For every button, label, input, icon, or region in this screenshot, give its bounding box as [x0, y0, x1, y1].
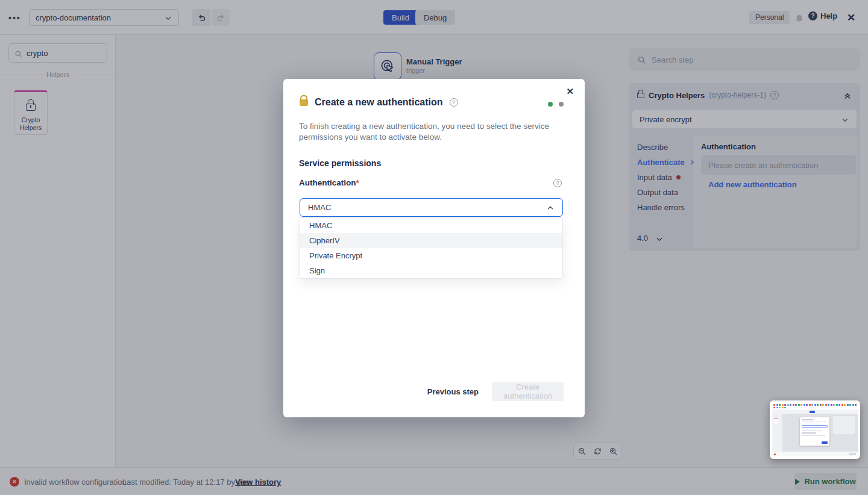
modal-title: Create a new authentication: [315, 97, 443, 108]
field-help-icon[interactable]: ?: [553, 179, 562, 187]
step-dot: [548, 102, 553, 107]
preview-statusbar: [772, 452, 858, 456]
preview-error-dot: [774, 453, 776, 455]
modal-header: Create a new authentication ?: [300, 97, 458, 108]
preview-run-button: [849, 453, 856, 455]
step-indicator: [548, 102, 564, 107]
screen-share-preview[interactable]: [770, 400, 860, 459]
authentication-options-list: HMACCipherIVPrivate EncryptSign: [300, 217, 563, 279]
preview-bookmarks-strip: [773, 404, 857, 409]
authentication-type-select[interactable]: HMAC: [300, 198, 563, 217]
app-window: ••• crypto-documentation Build Debug Per…: [0, 0, 868, 495]
option-hmac[interactable]: HMAC: [300, 218, 562, 233]
preview-modal: [800, 417, 829, 446]
preview-topbar: [772, 409, 858, 414]
step-dot: [559, 102, 564, 107]
modal-footer: Previous step Create authentication: [427, 382, 564, 401]
chevron-up-icon: [546, 203, 555, 213]
preview-tile: [774, 419, 778, 424]
preview-right-panel: [833, 416, 855, 434]
field-label-text: Authentication: [299, 178, 356, 187]
option-private-encrypt[interactable]: Private Encrypt: [300, 248, 562, 263]
required-marker: *: [356, 178, 359, 187]
option-sign[interactable]: Sign: [300, 263, 562, 278]
lock-icon: [300, 99, 308, 106]
help-circle-icon[interactable]: ?: [450, 98, 458, 107]
service-permissions-heading: Service permissions: [299, 158, 381, 168]
create-authentication-button[interactable]: Create authentication: [492, 382, 564, 401]
option-cipheriv[interactable]: CipherIV: [300, 233, 562, 248]
authentication-field-label: Authentication*: [299, 178, 359, 187]
previous-step-button[interactable]: Previous step: [427, 387, 479, 396]
screen-preview-thumbnail: [772, 403, 858, 456]
close-icon[interactable]: ✕: [566, 86, 574, 97]
preview-build-button: [810, 411, 815, 413]
select-value: HMAC: [308, 203, 331, 212]
modal-description: To finish creating a new authentication,…: [299, 121, 567, 143]
create-authentication-modal: Create a new authentication ? ✕ To finis…: [283, 79, 585, 417]
